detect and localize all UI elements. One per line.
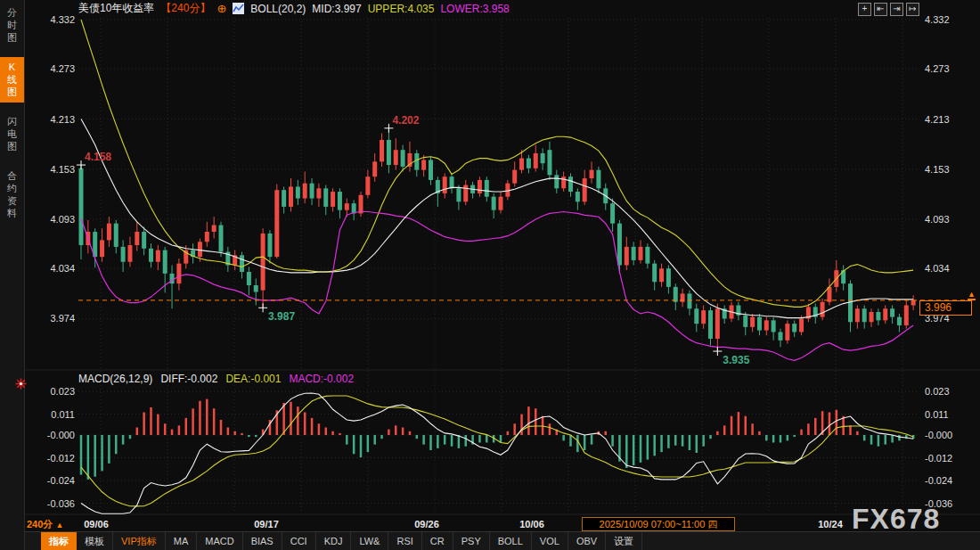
current-price-badge: 3.996 <box>919 300 972 316</box>
macd-hist-bar <box>129 435 132 439</box>
toolbar-item-BOLL[interactable]: BOLL <box>490 532 532 550</box>
candle-body <box>632 247 636 260</box>
candle-body <box>170 274 175 283</box>
candle-body <box>135 232 139 245</box>
macd-hist-bar <box>353 435 355 454</box>
sidebar-item-kline[interactable]: K线图 <box>0 57 24 103</box>
candle-body <box>499 197 503 210</box>
candle-body <box>429 160 433 179</box>
sidebar-item-time-share[interactable]: 分时图 <box>0 3 24 48</box>
candle-body <box>701 310 706 324</box>
macd-hist-bar <box>143 413 145 436</box>
sidebar-item-lightning[interactable]: 闪电图 <box>0 111 24 157</box>
y-axis-label: -0.024 <box>925 475 952 486</box>
candle-body <box>743 316 747 327</box>
macd-hist-bar <box>709 435 712 439</box>
macd-hist-bar <box>373 435 376 445</box>
macd-hist-bar <box>422 435 425 445</box>
candle-body <box>359 195 363 214</box>
candle-body <box>897 317 902 325</box>
macd-hist-bar <box>220 420 223 435</box>
kline-chart: 4.3324.3324.2734.2734.2134.2134.1534.153… <box>25 0 980 533</box>
candle-body <box>365 176 370 195</box>
macd-hist-bar <box>248 435 250 437</box>
candle-body <box>296 186 300 198</box>
macd-hist-bar <box>325 428 328 436</box>
candle-body <box>478 180 482 193</box>
candle-body <box>114 224 118 247</box>
toolbar-item-LW&[interactable]: LW& <box>351 532 388 550</box>
period-selector[interactable]: 240分 ▲ <box>27 518 63 531</box>
toolbar-item-指标[interactable]: 指标 <box>41 532 77 550</box>
macd-hist-bar <box>863 435 866 440</box>
toolbar-item-KDJ[interactable]: KDJ <box>316 532 352 550</box>
macd-hist-bar <box>282 403 285 435</box>
toolbar-item-模板[interactable]: 模板 <box>77 532 113 550</box>
toolbar-item-PSY[interactable]: PSY <box>453 532 490 550</box>
macd-hist-bar <box>870 435 873 445</box>
y-axis-label: 4.332 <box>925 14 950 25</box>
candle-body <box>289 186 293 206</box>
macd-hist-bar <box>569 435 572 447</box>
macd-hist-bar <box>765 435 768 440</box>
macd-hist-bar <box>878 435 880 447</box>
x-axis-label: 10/06 <box>519 519 544 529</box>
macd-hist-bar <box>465 435 468 447</box>
export-icon[interactable]: ↦ <box>906 3 919 16</box>
candle-body <box>779 332 783 340</box>
sidebar-item-char: 电 <box>7 128 17 140</box>
candle-body <box>519 159 524 170</box>
candle-body <box>855 308 860 322</box>
candle-body <box>512 170 517 184</box>
candle-body <box>443 176 447 193</box>
sidebar-item-char: 料 <box>7 208 17 219</box>
macd-hist-bar <box>331 431 334 435</box>
macd-hist-bar <box>297 406 299 435</box>
toolbar-item-VIP指标[interactable]: VIP指标 <box>113 532 166 550</box>
macd-hist-bar <box>507 431 510 435</box>
candle-body <box>541 153 545 163</box>
candle-body <box>240 255 244 272</box>
candle-body <box>772 320 776 332</box>
y-axis-label: 4.273 <box>50 63 75 74</box>
sidebar-item-contract-info[interactable]: 合约资料 <box>0 166 24 224</box>
macd-hist-bar <box>360 435 363 457</box>
toolbar-item-MA[interactable]: MA <box>166 532 198 550</box>
x-axis-label: 09/06 <box>84 519 109 529</box>
toolbar-item-设置[interactable]: 设置 <box>606 532 642 550</box>
macd-hist-bar <box>800 430 803 435</box>
toolbar-item-VOL[interactable]: VOL <box>532 532 568 550</box>
macd-hist-bar <box>136 428 139 436</box>
zoom-left-icon[interactable]: ⇤ <box>874 3 887 16</box>
toolbar-item-CCI[interactable]: CCI <box>282 532 316 550</box>
candle-body <box>401 150 405 167</box>
macd-hist-bar <box>520 415 523 435</box>
candle-body <box>198 242 202 257</box>
toolbar-item-OBV[interactable]: OBV <box>568 532 606 550</box>
y-axis-label: 4.332 <box>50 14 75 25</box>
candle-body <box>212 226 216 232</box>
y-axis-label: 4.213 <box>925 114 950 125</box>
candle-body <box>492 197 496 210</box>
macd-hist-bar <box>814 418 817 435</box>
zoom-right-icon[interactable]: ⇥ <box>890 3 903 16</box>
candle-body <box>156 250 160 262</box>
sidebar-item-char: 图 <box>7 141 17 152</box>
toolbar-item-BIAS[interactable]: BIAS <box>243 532 282 550</box>
annotations-layer: 4.1584.2023.9873.935 <box>77 114 750 366</box>
chart-type-sidebar: 分时图K线图闪电图合约资料 <box>0 0 25 550</box>
toolbar-item-RSI[interactable]: RSI <box>388 532 421 550</box>
add-indicator-icon[interactable]: ⊕ <box>216 3 226 14</box>
toolbar-item-CR[interactable]: CR <box>422 532 453 550</box>
sidebar-item-char: 图 <box>7 86 17 98</box>
move-icon[interactable]: + <box>858 3 871 16</box>
y-axis-label: 4.034 <box>925 263 950 274</box>
candle-body <box>596 170 600 189</box>
macd-hist-bar <box>633 435 635 465</box>
macd-hist-bar <box>667 435 670 448</box>
macd-hist-bar <box>527 406 530 435</box>
macd-hist-bar <box>682 435 684 447</box>
candle-body <box>338 192 342 210</box>
toolbar-item-MACD[interactable]: MACD <box>197 532 242 550</box>
instrument-title: 美债10年收益率 <box>78 1 154 16</box>
